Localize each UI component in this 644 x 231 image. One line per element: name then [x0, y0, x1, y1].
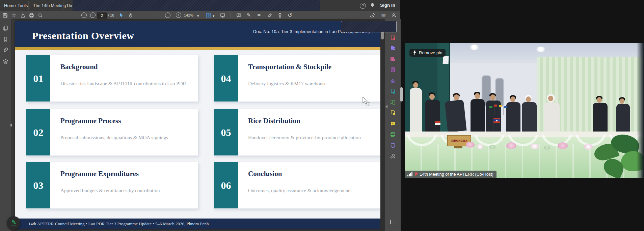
panel-create-form-icon[interactable] [390, 67, 396, 73]
card-title: Transportation & Stockpile [248, 63, 331, 71]
card-number: 06 [214, 162, 238, 208]
dark-right-edge [637, 43, 644, 178]
remove-pin-label: Remove pin [419, 50, 442, 55]
previous-page-icon[interactable]: ↑ [81, 12, 87, 18]
zoom-level-label[interactable]: 142% [184, 13, 193, 17]
undo-rotate-icon[interactable]: ↺ [287, 12, 293, 18]
delete-trash-icon[interactable] [277, 12, 283, 18]
select-tool-icon[interactable] [118, 12, 124, 18]
green-pencil-icon: ✎ [11, 220, 16, 225]
tab-tools[interactable]: Tools [18, 3, 28, 8]
flower-leaves [544, 146, 550, 150]
share-link-icon[interactable] [369, 12, 375, 18]
zoom-caret-icon[interactable]: ▾ [197, 14, 199, 18]
help-icon[interactable]: ? [360, 3, 366, 9]
tab-separator [63, 1, 63, 10]
panel-combine-files-icon[interactable] [390, 99, 396, 105]
page-thumbnails-icon[interactable] [3, 25, 8, 31]
bookmarks-icon[interactable] [3, 36, 8, 42]
panel-create-pdf-icon[interactable] [390, 34, 396, 40]
remove-pin-button[interactable]: Remove pin [409, 49, 446, 57]
save-icon[interactable] [2, 12, 8, 18]
card-title: Programme Process [60, 117, 121, 125]
print-icon[interactable] [28, 12, 34, 18]
zoom-out-icon[interactable]: − [165, 12, 171, 18]
card-description: Handover ceremony & province-by-province… [248, 135, 361, 141]
panel-send-review-icon[interactable] [390, 88, 396, 94]
open-panel-icon[interactable]: → [390, 220, 395, 225]
zoom-in-icon[interactable]: + [176, 12, 182, 18]
tab-document-1[interactable]: The 14th Meeting ... [33, 3, 71, 8]
left-panel-collapse-arrow[interactable] [10, 123, 12, 127]
panel-more-tools-icon[interactable] [390, 153, 396, 159]
slide-card-transportation: 04 Transportation & Stockpile Delivery l… [214, 55, 381, 102]
card-description: Delivery logistics & KM17 warehouse [248, 81, 326, 87]
panel-comment-icon[interactable] [390, 121, 396, 127]
mouse-cursor [362, 96, 371, 107]
panel-export-pdf-icon[interactable] [390, 45, 396, 51]
placard-text: INDONESIA [451, 139, 467, 142]
share-upload-icon[interactable] [20, 12, 26, 18]
video-title-label: 14th Meeting of the APTERR (Co-Host) [420, 172, 493, 177]
toolbar-divider [231, 12, 231, 18]
card-number: 03 [26, 162, 50, 208]
posted-notice [443, 56, 449, 64]
panel-fill-sign-icon[interactable] [390, 78, 396, 84]
annotate-pencil-button[interactable]: ✎ [7, 216, 20, 230]
next-page-icon[interactable]: ↓ [90, 12, 96, 18]
slide-gold-divider [15, 47, 380, 50]
panel-edit-pdf-icon[interactable] [390, 56, 396, 62]
lotus-flowers [506, 142, 516, 149]
stamp-icon[interactable] [267, 12, 273, 18]
hand-tool-icon[interactable] [128, 12, 134, 18]
comment-icon[interactable] [236, 12, 242, 18]
email-envelope-icon[interactable]: ✉ [380, 12, 386, 18]
ceiling-light [535, 47, 546, 52]
card-title: Programme Expenditures [60, 170, 139, 178]
sign-in-button[interactable]: Sign In [380, 3, 395, 8]
card-number: 05 [214, 109, 238, 155]
attachments-paperclip-icon[interactable] [3, 48, 8, 53]
favorite-star-icon[interactable]: ☆ [11, 12, 17, 18]
mic-muted-icon [414, 172, 418, 177]
slide-card-programme-process: 02 Programme Process Proposal submission… [26, 109, 198, 156]
meeting-room-video[interactable]: INDONESIA [405, 43, 644, 178]
right-panel-collapse-arrow[interactable] [385, 105, 387, 108]
card-number: 01 [26, 55, 50, 102]
tab-home[interactable]: Home [4, 3, 16, 8]
lotus-flowers [477, 144, 483, 149]
panel-scrollbar-thumb[interactable] [400, 87, 403, 102]
presentation-mode-icon[interactable] [219, 12, 225, 18]
card-title: Rice Distribution [248, 117, 300, 125]
add-person-icon[interactable] [391, 12, 397, 18]
lotus-flowers [558, 142, 568, 149]
notifications-bell-icon[interactable] [370, 2, 375, 9]
slide-header-band: Presentation Overview Doc. No. 10a: Tier… [15, 21, 380, 47]
card-title: Background [60, 63, 98, 71]
tab-bar: Home Tools The 14th Meeting ... The ? Si… [0, 0, 400, 11]
slide-card-rice-distribution: 05 Rice Distribution Handover ceremony &… [214, 109, 381, 156]
card-description: Outcomes, quality assurance & acknowledg… [248, 188, 351, 194]
privacy-overlay-band [73, 0, 320, 11]
tab-separator [28, 1, 29, 10]
lotus-flowers [466, 142, 475, 148]
lotus-flowers [531, 144, 539, 149]
panel-request-signatures-icon[interactable] [390, 110, 396, 116]
slide-footer-text: 14th APTERR Council Meeting • Lao PDR Ti… [28, 219, 209, 229]
document-scrollbar[interactable] [380, 19, 385, 231]
slide-footer-band: 14th APTERR Council Meeting • Lao PDR Ti… [15, 219, 380, 229]
main-toolbar: ☆ ↑ ↓ / 18 − + 142% ▾ ▾ ✎ [0, 11, 400, 20]
sign-pen-icon[interactable]: ✒ [256, 12, 262, 18]
page-view-icon[interactable] [205, 12, 211, 18]
panel-scan-ocr-icon[interactable] [390, 132, 396, 138]
search-icon[interactable] [37, 12, 43, 18]
page-number-input[interactable] [97, 12, 107, 19]
layers-icon[interactable] [3, 59, 8, 64]
card-description: Disaster risk landscape & APTERR contrib… [60, 81, 186, 87]
draw-pencil-icon[interactable]: ✎ [246, 12, 252, 18]
flower-leaves [489, 145, 495, 149]
page-view-caret-icon[interactable]: ▾ [213, 14, 215, 18]
signal-bars-icon [407, 172, 412, 176]
panel-protect-shield-icon[interactable] [390, 142, 396, 148]
slide-card-background: 01 Background Disaster risk landscape & … [26, 55, 198, 102]
